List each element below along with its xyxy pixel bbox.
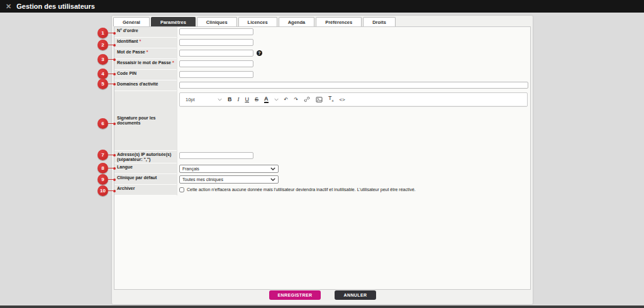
annotation-marker-6: 6 (97, 118, 116, 129)
clinique-par-defaut-label: Clinique par défaut (114, 174, 177, 185)
marker-dot (113, 123, 116, 125)
signature-label: Signature pour les documents (114, 91, 177, 151)
numero-ordre-input[interactable] (179, 28, 253, 35)
marker-number: 7 (97, 150, 108, 160)
clinique-par-defaut-select[interactable]: Toutes mes cliniques (179, 175, 279, 184)
identifiant-input[interactable] (179, 39, 253, 46)
tab-general[interactable]: Général (113, 17, 150, 26)
parametres-form: N° d'ordre Identifiant* Mot de Passe* ? (114, 26, 531, 290)
label-text: Clinique par défaut (117, 175, 157, 180)
save-button[interactable]: ENREGISTRER (269, 290, 321, 300)
marker-dot (113, 167, 116, 170)
label-text: N° d'ordre (117, 28, 138, 33)
text-color-button[interactable]: A (264, 96, 269, 103)
redo-icon[interactable]: ↷ (294, 97, 298, 102)
mot-de-passe-label: Mot de Passe* (114, 48, 177, 59)
marker-leader-line (108, 59, 113, 60)
mot-de-passe-input[interactable] (179, 50, 253, 57)
tab-agenda[interactable]: Agenda (279, 17, 315, 26)
tab-droits[interactable]: Droits (363, 17, 396, 26)
marker-number: 9 (97, 174, 108, 185)
annotation-marker-8: 8 (97, 163, 116, 173)
langue-select[interactable]: Français (179, 165, 279, 173)
marker-number: 4 (97, 69, 108, 79)
close-icon[interactable]: ✕ (6, 3, 11, 11)
image-icon[interactable] (316, 96, 323, 103)
italic-button[interactable]: I (238, 97, 240, 102)
confirmation-mot-de-passe-label: Ressaisir le mot de Passe* (114, 59, 177, 70)
confirmation-mot-de-passe-input[interactable] (179, 60, 253, 67)
code-pin-input[interactable] (179, 71, 253, 78)
row-adresses-ip: Adresse(s) IP autorisée(s) (séparateur: … (114, 151, 530, 163)
link-icon[interactable] (304, 96, 310, 102)
clear-formatting-x: x (331, 98, 333, 102)
marker-leader-line (108, 74, 113, 75)
label-text: Identifiant (117, 39, 138, 43)
code-pin-label: Code PIN (114, 70, 177, 80)
marker-number: 8 (97, 163, 108, 173)
row-langue: Langue Français (114, 163, 530, 174)
form-empty-area (114, 195, 530, 289)
font-size-select[interactable]: 10pt (186, 97, 222, 102)
undo-icon[interactable]: ↶ (284, 97, 289, 102)
langue-selected-value: Français (182, 167, 199, 171)
marker-dot (113, 32, 116, 35)
archiver-description: Cette action n'effacera aucune donnée ma… (187, 186, 416, 193)
adresses-ip-label: Adresse(s) IP autorisée(s) (séparateur: … (114, 151, 177, 163)
label-text: Code PIN (117, 71, 136, 75)
window-title: Gestion des utilisateurs (16, 3, 95, 10)
archiver-label: Archiver (114, 185, 177, 195)
marker-number: 1 (97, 28, 108, 38)
marker-leader-line (108, 190, 113, 192)
row-numero-ordre: N° d'ordre (114, 27, 530, 38)
chevron-down-icon (270, 178, 275, 181)
text-color-chevron-icon[interactable] (274, 98, 279, 101)
required-mark: * (172, 60, 174, 65)
label-text: Langue (117, 165, 133, 169)
font-size-value: 10pt (186, 97, 195, 102)
domaines-activite-input[interactable] (179, 82, 528, 89)
tab-cliniques[interactable]: Cliniques (197, 17, 237, 26)
window-titlebar: ✕ Gestion des utilisateurs (0, 0, 644, 13)
tab-preferences[interactable]: Préférences (316, 17, 362, 26)
marker-dot (113, 73, 116, 75)
editor-toolbar: 10pt B I U S A ↶ (180, 93, 527, 106)
dialog-actions: ENREGISTRER ANNULER (112, 290, 533, 300)
annotation-marker-5: 5 (97, 79, 116, 89)
row-clinique-par-defaut: Clinique par défaut Toutes mes cliniques (114, 174, 530, 185)
clear-formatting-icon[interactable]: Tx (328, 96, 334, 104)
user-management-dialog: Général Paramètres Cliniques Licences Ag… (112, 16, 533, 304)
tab-parametres[interactable]: Paramètres (151, 17, 196, 26)
archiver-checkbox[interactable] (179, 187, 184, 192)
marker-dot (113, 154, 116, 157)
marker-dot (113, 190, 116, 192)
row-identifiant: Identifiant* (114, 38, 530, 48)
password-help-icon[interactable]: ? (257, 50, 262, 56)
label-subtext: (séparateur: ",") (117, 157, 175, 162)
underline-button[interactable]: U (245, 97, 250, 102)
strikethrough-button[interactable]: S (255, 97, 258, 102)
adresses-ip-input[interactable] (179, 152, 253, 159)
bold-button[interactable]: B (228, 97, 232, 102)
label-text: Adresse(s) IP autorisée(s) (117, 152, 175, 157)
marker-dot (113, 83, 116, 85)
cancel-button[interactable]: ANNULER (335, 290, 375, 300)
marker-number: 3 (97, 54, 108, 65)
required-mark: * (147, 50, 148, 54)
domaines-activite-label: Domaines d'activité (114, 80, 177, 91)
marker-leader-line (108, 168, 113, 169)
label-text: Signature pour les documents (117, 116, 174, 126)
marker-dot (113, 179, 116, 181)
annotation-marker-9: 9 (97, 174, 116, 185)
langue-label: Langue (114, 163, 177, 174)
row-signature: Signature pour les documents 10pt B I U (114, 91, 530, 151)
marker-leader-line (108, 179, 113, 180)
marker-dot (113, 58, 116, 61)
identifiant-label: Identifiant* (114, 38, 177, 48)
tab-licences[interactable]: Licences (238, 17, 277, 26)
tab-bar: Général Paramètres Cliniques Licences Ag… (113, 17, 397, 26)
source-code-icon[interactable]: <> (339, 97, 345, 102)
marker-number: 2 (97, 40, 108, 50)
bottom-bar (0, 305, 644, 308)
annotation-marker-10: 10 (97, 185, 116, 196)
